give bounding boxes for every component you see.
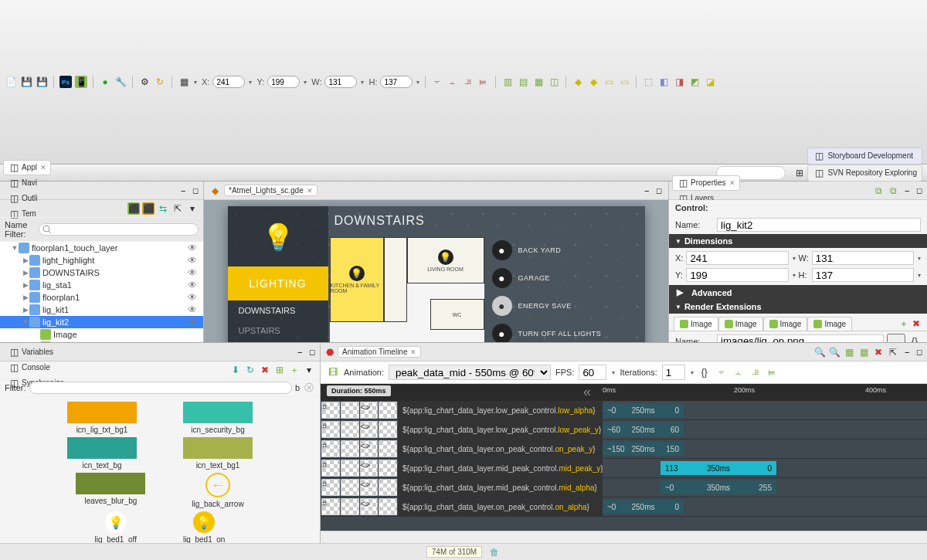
minimize-icon[interactable]: ‒	[902, 185, 912, 195]
device-icon[interactable]: 📱	[75, 76, 87, 88]
minimize-icon[interactable]: ‒	[902, 347, 912, 357]
timeline-tab[interactable]: Animation Timeline✕	[338, 346, 421, 358]
var-link-icon[interactable]: {}	[908, 335, 921, 343]
floorplan[interactable]: 💡KITCHEN & FAMILY ROOM💡LIVING ROOMWC💡DIN…	[330, 237, 484, 342]
sort-2-icon[interactable]: ⫠	[732, 366, 745, 378]
w-input[interactable]	[324, 76, 357, 88]
maximize-icon[interactable]: ◻	[307, 347, 317, 357]
section-render-ext[interactable]: Render Extensions	[669, 300, 927, 314]
delete-icon[interactable]: ✖	[910, 317, 922, 330]
visibility-icon[interactable]: 👁	[188, 304, 200, 315]
image-item[interactable]: leaves_blur_bg	[76, 473, 145, 508]
tree-row[interactable]: ▶DOWNSTAIRS👁	[0, 266, 203, 279]
perspective-tab[interactable]: ◫Storyboard Development	[807, 148, 922, 165]
delete-icon[interactable]: ✖	[872, 346, 885, 358]
align-3-icon[interactable]: ⫡	[462, 76, 474, 88]
timeline-row[interactable]: #<>${app:lig_chart_data_layer.low_peak_c…	[321, 401, 927, 420]
collapse-icon[interactable]: «	[583, 384, 591, 400]
trash-icon[interactable]: 🗑	[488, 546, 501, 558]
clone-icon[interactable]: ⧉	[872, 185, 885, 197]
close-icon[interactable]: ✕	[307, 187, 313, 195]
anim-select[interactable]: peak_data_mid - 550ms @ 60fps	[389, 365, 551, 380]
browse-button[interactable]: …	[887, 334, 905, 342]
action-row[interactable]: ●TURN OFF ALL LIGHTS	[492, 324, 639, 342]
maximize-icon[interactable]: ◻	[654, 185, 664, 195]
nav-downstairs[interactable]: DOWNSTAIRS	[228, 300, 328, 321]
timeline-scrollbar[interactable]	[321, 531, 927, 543]
image-item[interactable]: 💡lig_bed1_on	[183, 511, 226, 543]
menu-icon[interactable]: ▾	[186, 202, 199, 215]
image-tab[interactable]: Image	[718, 317, 763, 331]
prop-name-input[interactable]	[717, 218, 921, 232]
step2-icon[interactable]: ▦	[857, 346, 870, 358]
perspective-tab[interactable]: ◫SVN Repository Exploring	[807, 165, 922, 182]
import-icon[interactable]: ⬇	[229, 364, 242, 376]
new-icon[interactable]: 📄	[5, 76, 17, 88]
layer-c-icon[interactable]: ▦	[532, 76, 545, 88]
misc-3-icon[interactable]: ◨	[673, 76, 685, 88]
images-grid[interactable]: icn_lig_txt_bg1icn_security_bgicn_text_b…	[0, 397, 320, 543]
misc-2-icon[interactable]: ◧	[657, 76, 670, 88]
action-row[interactable]: ●BACK YARD	[492, 240, 639, 260]
timeline-row[interactable]: #<>${app:lig_chart_data_layer.on_peak_co…	[321, 440, 927, 459]
view-tab[interactable]: ◫Properties✕	[672, 175, 740, 191]
photoshop-icon[interactable]: Ps	[59, 76, 72, 88]
link-icon[interactable]: ⇆	[157, 202, 169, 215]
add-icon[interactable]: ＋	[288, 364, 301, 376]
save-all-icon[interactable]: 💾	[36, 76, 48, 88]
fps-input[interactable]	[579, 365, 606, 380]
gear-icon[interactable]: ⚙	[138, 76, 151, 88]
tree-row[interactable]: ▶lig_kit1👁	[0, 304, 203, 316]
room[interactable]: WC	[430, 299, 484, 330]
image-tab[interactable]: Image	[763, 317, 808, 331]
zoom-out-icon[interactable]: 🔍	[828, 346, 840, 358]
align-2-icon[interactable]: ⫠	[447, 76, 459, 88]
clone2-icon[interactable]: ⧉	[887, 185, 899, 197]
view-tab[interactable]: ◫Variables	[3, 344, 69, 360]
room[interactable]	[384, 237, 407, 322]
visibility-icon[interactable]: 👁	[188, 243, 200, 253]
timeline-row[interactable]: #<>${app:lig_chart_data_layer.mid_peak_c…	[321, 459, 927, 478]
h-input[interactable]	[380, 76, 413, 88]
prop-y[interactable]	[686, 268, 788, 282]
section-advanced[interactable]: ▶ Advanced	[669, 285, 927, 300]
zoom-in-icon[interactable]: 🔍	[813, 346, 826, 358]
iter-input[interactable]	[662, 365, 685, 380]
sort-3-icon[interactable]: ⫡	[749, 366, 762, 378]
sort-1-icon[interactable]: ⫟	[715, 366, 728, 378]
run-icon[interactable]: ●	[99, 76, 111, 88]
layer-a-icon[interactable]: ▥	[501, 76, 514, 88]
application-tree[interactable]: ▼floorplan1_touch_layer👁▶light_highlight…	[0, 242, 203, 342]
timeline-row[interactable]: #<>${app:lig_chart_data_layer.low_peak_c…	[321, 420, 927, 440]
editor-tab[interactable]: *Atmel_Lights_sc.gde✕	[224, 185, 317, 196]
align-4-icon[interactable]: ⫢	[477, 76, 490, 88]
image-item[interactable]: icn_text_bg1	[183, 437, 253, 470]
timeline-rows[interactable]: #<>${app:lig_chart_data_layer.low_peak_c…	[321, 401, 927, 531]
room[interactable]: 💡KITCHEN & FAMILY ROOM	[330, 237, 384, 322]
prop-w[interactable]	[812, 251, 914, 265]
visibility-icon[interactable]: 👁	[188, 267, 200, 278]
tree-row[interactable]: ▶lig_sta1👁	[0, 279, 203, 291]
layer-b-icon[interactable]: ▤	[517, 76, 529, 88]
image-item[interactable]: 💡lig_bed1_off	[95, 511, 137, 543]
export-icon[interactable]: ⇱	[887, 346, 899, 358]
images-filter-input[interactable]	[29, 382, 292, 394]
stack-3-icon[interactable]: ▭	[603, 76, 615, 88]
timeline-row[interactable]: #<>${app:lig_chart_data_layer.mid_peak_c…	[321, 478, 927, 497]
visibility-icon[interactable]: 👁	[188, 317, 200, 328]
delete-icon[interactable]: ✖	[259, 364, 271, 376]
prop-h[interactable]	[812, 268, 914, 282]
misc-4-icon[interactable]: ◩	[688, 76, 701, 88]
var-icon[interactable]: {}	[698, 366, 711, 378]
tools-icon[interactable]: 🔧	[114, 76, 127, 88]
minimize-icon[interactable]: ‒	[641, 185, 651, 195]
refresh-icon[interactable]: ↻	[244, 364, 256, 376]
lighting-button[interactable]: LIGHTING	[228, 266, 328, 300]
layer-d-icon[interactable]: ◫	[548, 76, 560, 88]
align-1-icon[interactable]: ⫟	[431, 76, 443, 88]
y-input[interactable]	[267, 76, 300, 88]
stack-1-icon[interactable]: ◆	[572, 76, 584, 88]
timeline-row[interactable]: #<>${app:lig_chart_data_layer.on_peak_co…	[321, 497, 927, 517]
tree-row[interactable]: ▶floorplan1👁	[0, 291, 203, 304]
prop-x[interactable]	[686, 251, 788, 265]
